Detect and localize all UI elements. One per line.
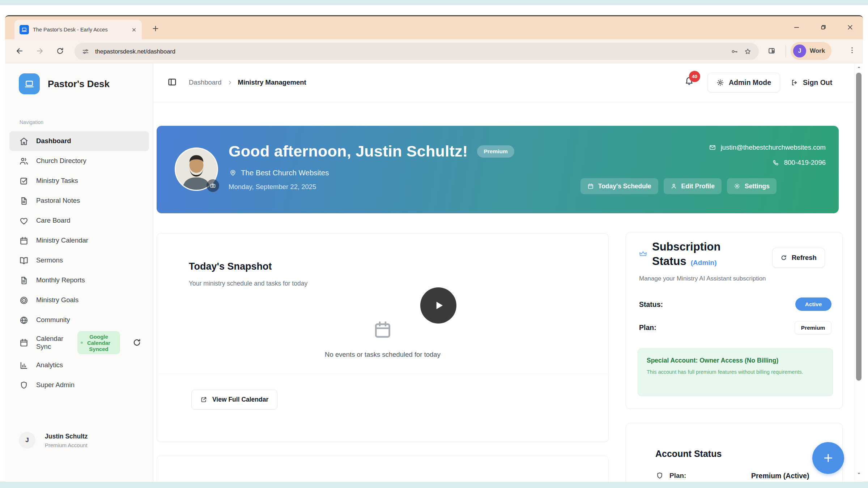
- calendar-sync-status-badge: Google Calendar Synced: [77, 331, 120, 354]
- premium-badge: Premium: [477, 145, 514, 158]
- settings-button[interactable]: Settings: [727, 178, 776, 194]
- reload-button[interactable]: [56, 47, 64, 55]
- url-text[interactable]: thepastorsdesk.net/dashboard: [95, 48, 725, 55]
- greeting-text: Good afternoon, Justin Schultz!: [229, 142, 468, 160]
- browser-menu-icon[interactable]: [848, 46, 856, 55]
- phone-value: 800-419-2096: [784, 159, 826, 167]
- sidebar-item-dashboard[interactable]: Dashboard: [9, 131, 149, 151]
- sidebar-item-label: Super Admin: [36, 381, 75, 389]
- sidebar-item-ministry-goals[interactable]: Ministry Goals: [9, 290, 149, 310]
- sidebar-item-monthly-reports[interactable]: Monthly Reports: [9, 270, 149, 290]
- new-tab-button[interactable]: [151, 24, 160, 33]
- sidebar-item-ministry-calendar[interactable]: Ministry Calendar: [9, 231, 149, 251]
- account-status-card: Account Status Plan: Premium (Active): [626, 423, 843, 482]
- sidebar-item-label: Pastoral Notes: [36, 197, 80, 205]
- notifications-button[interactable]: 40: [684, 76, 694, 85]
- password-key-icon[interactable]: [731, 48, 738, 55]
- window-restore-button[interactable]: [820, 23, 827, 31]
- users-icon: [19, 157, 29, 166]
- profile-avatar: J: [793, 44, 806, 57]
- admin-tag: (Admin): [691, 259, 717, 267]
- camera-icon[interactable]: [207, 179, 219, 192]
- user-plan: Premium Account: [45, 442, 88, 448]
- desktop-strip-bottom: [0, 481, 868, 488]
- external-link-icon: [200, 396, 207, 403]
- phone-icon: [772, 159, 779, 166]
- forward-button[interactable]: [35, 47, 44, 55]
- view-full-calendar-button[interactable]: View Full Calendar: [191, 390, 277, 410]
- calendar-icon: [19, 236, 29, 245]
- globe-icon: [19, 316, 29, 325]
- card-divider: [157, 374, 608, 374]
- window-minimize-button[interactable]: [793, 23, 800, 31]
- snapshot-title: Today's Snapshot: [189, 261, 272, 272]
- back-button[interactable]: [15, 47, 24, 55]
- note-icon: [19, 276, 29, 285]
- profile-name: Work: [810, 47, 825, 55]
- app-name: Pastor's Desk: [48, 78, 110, 90]
- tab-close-icon[interactable]: [131, 27, 137, 33]
- sidebar-item-ministry-tasks[interactable]: Ministry Tasks: [9, 171, 149, 191]
- home-icon: [19, 137, 29, 146]
- sidebar-toggle-icon[interactable]: [167, 77, 177, 87]
- sync-refresh-icon[interactable]: [132, 338, 141, 347]
- todays-snapshot-card: Today's Snapshot Your ministry schedule …: [157, 233, 609, 442]
- scrollbar-thumb[interactable]: [856, 73, 861, 381]
- site-info-icon[interactable]: [82, 48, 89, 55]
- snapshot-empty-state: No events or tasks scheduled for today: [157, 320, 608, 359]
- add-fab-button[interactable]: [812, 442, 844, 474]
- mail-icon: [709, 144, 716, 151]
- scroll-up-icon[interactable]: [856, 65, 861, 70]
- sidebar-item-label: Monthly Reports: [36, 276, 85, 284]
- sidebar-item-sermons[interactable]: Sermons: [9, 251, 149, 270]
- current-date: Monday, September 22, 2025: [229, 183, 316, 191]
- logout-icon: [791, 79, 798, 86]
- sidebar-item-community[interactable]: Community: [9, 310, 149, 330]
- greeting-banner: Good afternoon, Justin Schultz! Premium …: [157, 126, 839, 213]
- sidebar-user[interactable]: J Justin Schultz Premium Account: [19, 432, 88, 449]
- task-icon: [19, 176, 29, 186]
- bookmark-star-icon[interactable]: [744, 48, 752, 55]
- sidebar-item-pastoral-notes[interactable]: Pastoral Notes: [9, 191, 149, 211]
- admin-mode-button[interactable]: Admin Mode: [707, 73, 780, 93]
- view-full-calendar-label: View Full Calendar: [212, 396, 268, 403]
- tab-title: The Pastor's Desk - Early Acces: [33, 27, 127, 33]
- app-logo-row[interactable]: Pastor's Desk: [19, 73, 110, 94]
- sign-out-button[interactable]: Sign Out: [786, 73, 837, 93]
- browser-profile-button[interactable]: J Work: [791, 42, 831, 60]
- sidebar-item-label: Ministry Goals: [36, 296, 78, 304]
- video-play-button[interactable]: [420, 287, 456, 324]
- breadcrumb-current: Ministry Management: [238, 78, 306, 86]
- sidebar-item-label: Ministry Calendar: [36, 236, 88, 244]
- address-bar[interactable]: thepastorsdesk.net/dashboard: [75, 43, 759, 60]
- heart-icon: [19, 216, 29, 226]
- window-close-button[interactable]: [846, 23, 854, 31]
- edit-profile-label: Edit Profile: [681, 183, 715, 190]
- notice-title: Special Account: Owner Access (No Billin…: [647, 357, 824, 364]
- calendar-icon: [587, 183, 594, 189]
- breadcrumb-parent[interactable]: Dashboard: [189, 78, 222, 86]
- refresh-button[interactable]: Refresh: [772, 248, 825, 268]
- next-section-card: [157, 455, 609, 482]
- note-icon: [19, 196, 29, 206]
- page-scrollbar[interactable]: [854, 63, 863, 482]
- sidebar-item-super-admin[interactable]: Super Admin: [9, 375, 149, 395]
- calendar-icon: [373, 320, 393, 340]
- side-panel-icon[interactable]: [767, 47, 776, 55]
- sidebar-item-analytics[interactable]: Analytics: [9, 355, 149, 375]
- app-content: Pastor's Desk Navigation DashboardChurch…: [5, 63, 863, 482]
- plan-label: Plan:: [639, 324, 656, 332]
- scroll-down-icon[interactable]: [856, 471, 861, 476]
- sidebar-item-label: Care Board: [36, 217, 71, 224]
- sidebar-item-church-directory[interactable]: Church Directory: [9, 151, 149, 171]
- empty-state-text: No events or tasks scheduled for today: [157, 351, 608, 359]
- sidebar-item-care-board[interactable]: Care Board: [9, 211, 149, 231]
- todays-schedule-button[interactable]: Today's Schedule: [580, 178, 658, 194]
- special-account-notice: Special Account: Owner Access (No Billin…: [638, 348, 833, 396]
- app-logo-icon: [19, 73, 40, 94]
- edit-profile-button[interactable]: Edit Profile: [664, 178, 722, 194]
- sidebar-item-calendar-sync[interactable]: Calendar SyncGoogle Calendar Synced: [9, 330, 149, 355]
- toolbar-divider: [786, 45, 786, 57]
- avatar: J: [19, 432, 35, 449]
- browser-tab[interactable]: The Pastor's Desk - Early Acces: [14, 20, 142, 39]
